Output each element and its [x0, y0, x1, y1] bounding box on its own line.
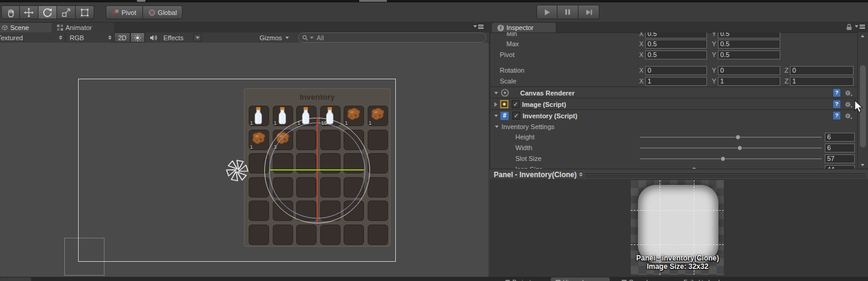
anchor-min-row: Min X 0.5 Y 0.5 [490, 32, 857, 38]
inventory-slot[interactable] [249, 225, 269, 245]
search-input[interactable] [315, 34, 480, 42]
image-script-header[interactable]: ✓ Image (Script) ? [490, 98, 857, 110]
inventory-slot[interactable]: 1 [344, 106, 364, 126]
inventory-slot[interactable] [249, 201, 269, 221]
rotate-gizmo-y-axis-line[interactable] [269, 169, 364, 171]
slot-size-value-field[interactable]: 57 [825, 154, 855, 163]
scene-panel-menu-icon[interactable] [473, 25, 484, 29]
row-label: Pivot [500, 50, 514, 59]
tab-animator[interactable]: Animator [52, 23, 114, 32]
tab-scene[interactable]: Scene [0, 23, 54, 32]
audio-toggle-button[interactable] [146, 32, 160, 43]
width-value-field[interactable]: 6 [825, 144, 855, 153]
rotation-z-field[interactable]: 0 [790, 66, 854, 75]
inventory-slot[interactable] [368, 130, 388, 150]
foldout-expanded-icon[interactable] [494, 115, 498, 117]
inspector-panel-menu-icon[interactable] [855, 25, 865, 29]
tab-hierarchy[interactable]: Hierarchy [551, 277, 610, 281]
scale-z-field[interactable]: 1 [790, 77, 854, 86]
inventory-settings-foldout[interactable]: Inventory Settings [490, 121, 857, 131]
lighting-toggle-button[interactable] [130, 32, 145, 43]
rotate-tool-button[interactable] [38, 5, 57, 19]
inventory-slot[interactable] [273, 225, 293, 245]
move-tool-button[interactable] [20, 5, 38, 19]
effects-menu-arrow[interactable] [193, 34, 201, 41]
lock-icon[interactable] [846, 23, 852, 31]
pivot-y-field[interactable]: 0.5 [718, 50, 780, 59]
min-y-field[interactable]: 0.5 [718, 32, 780, 38]
component-enabled-checkbox[interactable]: ✓ [512, 100, 520, 108]
shading-mode-dropdown[interactable]: Textured [0, 32, 65, 43]
scene-viewport[interactable]: Inventory 1 1 1 15 1 [0, 43, 488, 277]
x-axis-label: X [639, 76, 643, 86]
inventory-slot[interactable] [344, 225, 364, 245]
sprite-preview-image [638, 185, 718, 263]
min-x-field[interactable]: 0.5 [645, 32, 707, 38]
pinwheel-gizmo-icon[interactable] [226, 159, 249, 182]
item-count: 1 [369, 120, 372, 126]
console-tab-label: Console [629, 279, 651, 281]
meat-item-icon[interactable] [346, 107, 362, 122]
rotation-y-field[interactable]: 0 [718, 66, 780, 75]
width-slider[interactable] [640, 148, 822, 148]
rect-tool-button[interactable] [76, 5, 94, 19]
canvas-renderer-header[interactable]: Canvas Renderer ? [490, 86, 857, 98]
scrollbar-down-arrow[interactable] [861, 164, 864, 166]
scene-search-field[interactable] [298, 32, 487, 43]
tab-inspector[interactable]: i Inspector [492, 23, 556, 32]
2d-toggle-button[interactable]: 2D [114, 32, 130, 43]
height-slider[interactable] [640, 137, 822, 137]
gizmos-dropdown[interactable]: Gizmos [257, 32, 298, 43]
pivot-toggle-button[interactable]: Pivot [106, 5, 143, 19]
animator-tab-icon [57, 25, 63, 31]
play-button[interactable] [536, 5, 557, 19]
scale-y-field[interactable]: 1 [718, 77, 780, 86]
help-icon[interactable]: ? [833, 100, 841, 109]
foldout-collapsed-icon[interactable] [494, 102, 497, 107]
scale-x-field[interactable]: 1 [645, 77, 707, 86]
max-y-field[interactable]: 0.5 [718, 40, 780, 49]
bottom-left-tab[interactable] [0, 277, 31, 281]
inventory-slot[interactable] [320, 225, 341, 245]
inventory-slot[interactable]: 1 [368, 106, 388, 126]
hand-tool-button[interactable] [1, 5, 20, 19]
global-toggle-button[interactable]: Global [143, 5, 183, 19]
pivot-x-field[interactable]: 0.5 [645, 50, 707, 59]
animator-tab-label: Animator [65, 24, 92, 31]
inventory-slot[interactable] [368, 153, 388, 174]
meat-item-icon[interactable] [251, 131, 267, 147]
component-enabled-checkbox[interactable]: ✓ [512, 112, 520, 119]
step-button[interactable] [578, 5, 599, 19]
scale-tool-button[interactable] [57, 5, 76, 19]
milk-bottle-item-icon[interactable] [251, 107, 266, 124]
gear-icon[interactable] [844, 100, 852, 109]
inventory-slot[interactable] [368, 201, 388, 221]
effects-dropdown[interactable]: Effects [161, 32, 197, 43]
help-icon[interactable]: ? [833, 88, 841, 97]
inventory-slot[interactable]: 1 [249, 106, 269, 126]
milk-bottle-item-icon[interactable] [275, 107, 290, 124]
height-value-field[interactable]: 6 [825, 133, 855, 142]
item-count: 1 [250, 120, 253, 126]
meat-item-icon[interactable] [370, 107, 386, 122]
gizmos-label: Gizmos [259, 34, 282, 41]
max-x-field[interactable]: 0.5 [645, 40, 707, 49]
inventory-slot[interactable]: 1 [249, 130, 269, 150]
pause-button[interactable] [557, 5, 578, 19]
slot-size-slider[interactable] [640, 159, 822, 159]
inventory-slot[interactable] [368, 177, 388, 198]
foldout-expanded-icon[interactable] [494, 92, 498, 94]
inventory-slot[interactable]: 1 [273, 106, 293, 126]
scrollbar-up-arrow[interactable] [861, 35, 864, 37]
gear-icon[interactable] [844, 112, 852, 120]
gear-icon[interactable] [844, 89, 852, 97]
tab-project[interactable]: Project [500, 277, 536, 281]
inventory-slot[interactable] [296, 225, 317, 245]
render-mode-dropdown[interactable]: RGB [67, 32, 114, 43]
preview-drag-grip[interactable] [585, 172, 866, 177]
rotation-x-field[interactable]: 0 [645, 66, 707, 75]
inventory-slot[interactable] [368, 225, 388, 245]
tab-console[interactable]: Console [617, 277, 656, 281]
inventory-script-header[interactable]: # ✓ Inventory (Script) ? [490, 109, 857, 121]
help-icon[interactable]: ? [833, 111, 841, 120]
